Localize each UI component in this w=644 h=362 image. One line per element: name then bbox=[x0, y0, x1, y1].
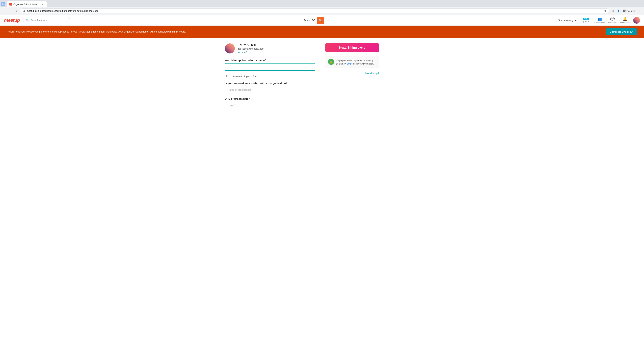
sidebar-section: Next: Billing cycle 🔒 Stripe processes p… bbox=[325, 43, 379, 113]
meetup-logo[interactable]: meetup bbox=[4, 17, 20, 23]
network-name-input[interactable] bbox=[225, 63, 315, 71]
meetup-header: meetup 🔍 Search events Dover, DE 🔍 Start… bbox=[0, 15, 644, 26]
search-bar[interactable]: 🔍 Search events bbox=[23, 17, 70, 23]
connections-label: Connections bbox=[594, 22, 605, 24]
network-name-label: Your Meetup Pro network name* bbox=[225, 59, 315, 62]
alert-checkout-link[interactable]: complete the checkout process bbox=[34, 30, 69, 33]
user-name: Lauren Deli bbox=[238, 43, 264, 47]
avatar-image bbox=[633, 17, 640, 24]
not-you-link[interactable]: Not you? bbox=[238, 51, 264, 53]
user-avatar[interactable] bbox=[633, 17, 640, 24]
user-email: dde4be88@moodjoy.com bbox=[238, 47, 264, 50]
notifications-button[interactable]: 🔔 Notifications bbox=[620, 17, 630, 24]
pro-try-button[interactable]: PRO Try for free bbox=[582, 17, 591, 23]
browser-actions: ⊞ 👤 Incognito ⋮ bbox=[611, 8, 642, 13]
stripe-lock-icon: 🔒 bbox=[328, 59, 334, 65]
stripe-link[interactable]: Stripe bbox=[347, 62, 352, 65]
need-help-link[interactable]: Need help? bbox=[325, 72, 379, 75]
user-details: Lauren Deli dde4be88@moodjoy.com Not you… bbox=[238, 43, 264, 53]
star-icon[interactable] bbox=[604, 10, 606, 12]
alert-text-after: for your Organizer Subscription. Otherwi… bbox=[69, 30, 186, 33]
messages-icon: 💬 bbox=[610, 17, 615, 21]
search-icon: 🔍 bbox=[26, 18, 29, 22]
incognito-button[interactable]: Incognito bbox=[621, 9, 636, 13]
bell-icon: 🔔 bbox=[623, 17, 627, 21]
header-actions: Start a new group PRO Try for free 👥 Con… bbox=[558, 17, 640, 24]
profile-button[interactable]: 👤 bbox=[616, 8, 621, 13]
browser-chrome: m Organizer Subscription - Netw... ✕ + ←… bbox=[0, 0, 644, 15]
user-avatar-large bbox=[225, 43, 235, 53]
extensions-button[interactable]: ⊞ bbox=[611, 8, 615, 13]
org-url-input[interactable] bbox=[225, 102, 315, 109]
pro-label: PRO bbox=[583, 17, 589, 20]
svg-point-2 bbox=[623, 9, 626, 12]
alert-text: Action Required: Please complete the che… bbox=[7, 30, 186, 34]
forward-button[interactable]: → bbox=[8, 8, 13, 13]
active-tab[interactable]: m Organizer Subscription - Netw... ✕ bbox=[7, 1, 47, 7]
tab-title: Organizer Subscription - Netw... bbox=[14, 3, 40, 5]
next-billing-button[interactable]: Next: Billing cycle bbox=[325, 43, 379, 52]
tab-group-icon bbox=[1, 2, 5, 6]
new-tab-button[interactable]: + bbox=[48, 2, 52, 6]
tab-close-button[interactable]: ✕ bbox=[41, 3, 44, 6]
location-search-button[interactable]: 🔍 bbox=[317, 16, 324, 24]
stripe-text-after: uses your infomation. bbox=[352, 62, 374, 65]
url-value: www.meetup.com/pro/ bbox=[233, 75, 258, 78]
more-button[interactable]: ⋮ bbox=[637, 8, 642, 13]
main-content: Lauren Deli dde4be88@moodjoy.com Not you… bbox=[204, 38, 440, 118]
stripe-text: Stripe processes payments for Meetup. Le… bbox=[336, 59, 376, 65]
org-url-label: URL of organization bbox=[225, 97, 315, 100]
user-info: Lauren Deli dde4be88@moodjoy.com Not you… bbox=[225, 43, 315, 53]
stripe-info: 🔒 Stripe processes payments for Meetup. … bbox=[325, 56, 379, 68]
org-label: Is your network associated with an organ… bbox=[225, 82, 315, 85]
incognito-label: Incognito bbox=[626, 10, 635, 12]
url-text: meetup.com/subscription/checkout/pro/net… bbox=[27, 9, 603, 12]
address-bar: ← → ↻ meetup.com/subscription/checkout/p… bbox=[0, 7, 644, 15]
messages-button[interactable]: 💬 Messages bbox=[608, 17, 616, 24]
search-placeholder: Search events bbox=[31, 19, 47, 22]
svg-rect-1 bbox=[24, 11, 25, 12]
lock-icon bbox=[23, 10, 25, 12]
alert-banner: Action Required: Please complete the che… bbox=[0, 26, 644, 38]
url-label: URL: bbox=[225, 75, 231, 78]
tab-bar: m Organizer Subscription - Netw... ✕ + bbox=[0, 0, 644, 7]
reload-button[interactable]: ↻ bbox=[14, 8, 19, 13]
notifications-label: Notifications bbox=[620, 22, 630, 24]
alert-text-before: Action Required: Please bbox=[7, 30, 34, 33]
form-section: Lauren Deli dde4be88@moodjoy.com Not you… bbox=[225, 43, 315, 113]
pro-try-text: Try for free bbox=[582, 20, 591, 23]
svg-point-3 bbox=[624, 10, 624, 11]
connections-icon: 👥 bbox=[598, 17, 602, 21]
connections-button[interactable]: 👥 Connections bbox=[594, 17, 605, 24]
url-bar[interactable]: meetup.com/subscription/checkout/pro/net… bbox=[20, 8, 609, 13]
messages-label: Messages bbox=[608, 22, 616, 24]
complete-checkout-button[interactable]: Complete Checkout bbox=[606, 28, 637, 35]
location-text: Dover, DE bbox=[304, 19, 316, 22]
tab-favicon: m bbox=[10, 3, 12, 5]
location-section: Dover, DE 🔍 bbox=[74, 16, 555, 24]
org-name-input[interactable] bbox=[225, 86, 315, 93]
back-button[interactable]: ← bbox=[2, 8, 7, 13]
start-group-button[interactable]: Start a new group bbox=[558, 19, 578, 22]
